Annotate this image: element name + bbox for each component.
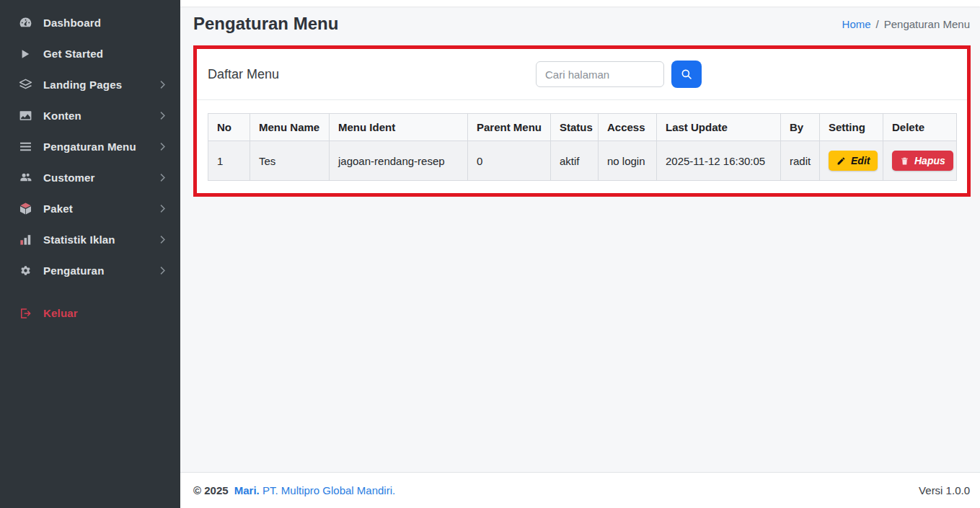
sidebar-item-label: Pengaturan Menu [43, 141, 147, 153]
col-header-parent-menu: Parent Menu [468, 114, 551, 141]
delete-button-label: Hapus [914, 155, 945, 166]
cell-status: aktif [551, 141, 599, 181]
breadcrumb-separator: / [876, 18, 879, 30]
cell-parent-menu: 0 [468, 141, 551, 181]
breadcrumb-home-link[interactable]: Home [842, 18, 871, 30]
sidebar-item-pengaturan-menu[interactable]: Pengaturan Menu [0, 131, 180, 162]
footer-company-link[interactable]: PT. Multipro Global Mandiri. [262, 484, 395, 496]
package-icon [18, 202, 32, 216]
card-title: Daftar Menu [208, 67, 279, 82]
cell-menu-ident: jagoan-rendang-resep [330, 141, 468, 181]
col-header-menu-name: Menu Name [250, 114, 330, 141]
sidebar-item-label: Pengaturan [43, 264, 147, 277]
sidebar-item-pengaturan[interactable]: Pengaturan [0, 255, 180, 286]
sidebar-item-label: Customer [43, 171, 147, 184]
chevron-right-icon [158, 111, 167, 120]
sidebar-item-label: Landing Pages [43, 79, 147, 91]
sidebar-item-dashboard[interactable]: Dashboard [0, 7, 180, 38]
logout-icon [18, 306, 32, 321]
sidebar-item-label: Dashboard [43, 17, 167, 29]
edit-button[interactable]: Edit [829, 151, 878, 171]
col-header-setting: Setting [820, 114, 883, 141]
card-body: No Menu Name Menu Ident Parent Menu Stat… [197, 100, 967, 193]
table-header-row: No Menu Name Menu Ident Parent Menu Stat… [208, 114, 957, 141]
cell-setting: Edit [820, 141, 883, 181]
menu-table: No Menu Name Menu Ident Parent Menu Stat… [208, 113, 957, 181]
chevron-right-icon [158, 235, 167, 244]
col-header-by: By [781, 114, 820, 141]
trash-icon [900, 156, 909, 166]
cell-by: radit [781, 141, 820, 181]
sidebar: Dashboard Get Started Landing Pages Kont… [0, 0, 180, 508]
sidebar-item-paket[interactable]: Paket [0, 193, 180, 224]
col-header-no: No [208, 114, 250, 141]
menu-list-card: Daftar Menu [197, 49, 967, 193]
footer-left: © 2025 Mari. PT. Multipro Global Mandiri… [193, 484, 395, 496]
chevron-right-icon [158, 204, 167, 213]
cell-access: no login [599, 141, 657, 181]
image-icon [18, 109, 32, 123]
play-icon [18, 47, 32, 61]
cell-no: 1 [208, 141, 250, 181]
gear-icon [18, 264, 32, 278]
breadcrumb: Home / Pengaturan Menu [842, 18, 970, 30]
users-icon [18, 171, 32, 185]
footer-copyright: © 2025 [193, 484, 229, 496]
sidebar-item-label: Keluar [43, 307, 167, 319]
cell-delete: Hapus [883, 141, 957, 181]
search-input[interactable] [536, 61, 664, 87]
footer-brand-link[interactable]: Mari. [234, 484, 260, 496]
col-header-access: Access [599, 114, 657, 141]
cell-menu-name: Tes [250, 141, 330, 181]
delete-button[interactable]: Hapus [892, 151, 953, 171]
sidebar-item-get-started[interactable]: Get Started [0, 38, 180, 69]
search-icon [680, 68, 693, 81]
edit-button-label: Edit [851, 155, 870, 166]
cell-last-update: 2025-11-12 16:30:05 [657, 141, 781, 181]
sidebar-item-customer[interactable]: Customer [0, 162, 180, 193]
layers-icon [18, 78, 32, 92]
top-strip [180, 0, 980, 6]
sidebar-item-label: Statistik Iklan [43, 233, 147, 246]
card-header: Daftar Menu [197, 49, 967, 100]
footer: © 2025 Mari. PT. Multipro Global Mandiri… [180, 472, 980, 508]
col-header-last-update: Last Update [657, 114, 781, 141]
sidebar-item-label: Get Started [43, 48, 167, 60]
chevron-right-icon [158, 142, 167, 151]
footer-version: Versi 1.0.0 [919, 484, 970, 496]
page-header: Pengaturan Menu Home / Pengaturan Menu [180, 6, 980, 34]
chevron-right-icon [158, 80, 167, 89]
gauge-icon [18, 16, 32, 30]
search-button[interactable] [671, 61, 702, 88]
sidebar-item-statistik-iklan[interactable]: Statistik Iklan [0, 224, 180, 255]
sidebar-item-keluar[interactable]: Keluar [0, 298, 180, 329]
col-header-menu-ident: Menu Ident [330, 114, 468, 141]
red-annotation-box: Daftar Menu [193, 45, 971, 197]
sidebar-item-label: Konten [43, 110, 147, 122]
sidebar-item-label: Paket [43, 202, 147, 215]
content-spacer [180, 197, 980, 472]
chevron-right-icon [158, 266, 167, 275]
pencil-icon [836, 156, 846, 166]
main-content: Pengaturan Menu Home / Pengaturan Menu D… [180, 0, 980, 508]
chart-icon [18, 233, 32, 247]
col-header-delete: Delete [883, 114, 957, 141]
page-title: Pengaturan Menu [193, 14, 338, 34]
col-header-status: Status [551, 114, 599, 141]
table-row: 1 Tes jagoan-rendang-resep 0 aktif no lo… [208, 141, 957, 181]
search-group [536, 61, 702, 88]
chevron-right-icon [158, 173, 167, 182]
sidebar-item-landing-pages[interactable]: Landing Pages [0, 69, 180, 100]
breadcrumb-current: Pengaturan Menu [884, 18, 970, 30]
menu-icon [18, 140, 32, 154]
sidebar-item-konten[interactable]: Konten [0, 100, 180, 131]
